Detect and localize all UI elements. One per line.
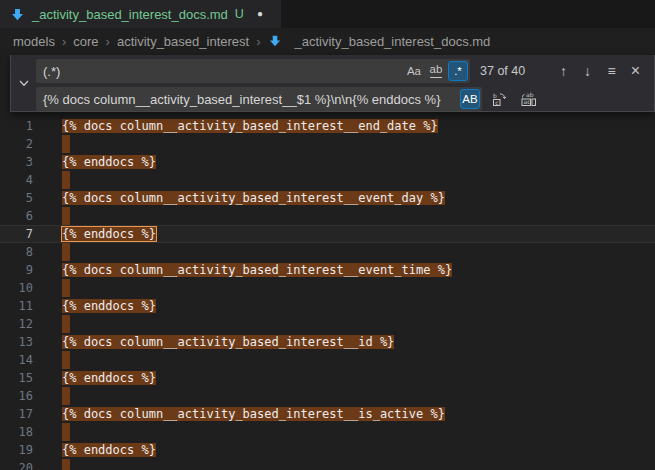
breadcrumb-separator-icon: › (256, 34, 260, 49)
replace-all-button[interactable]: ab ac (518, 89, 539, 110)
whole-word-toggle[interactable]: ab (426, 61, 446, 81)
replace-input[interactable]: {% docs column__activity_based_interest_… (36, 87, 482, 111)
breadcrumb: models › core › activity_based_interest … (0, 28, 655, 54)
line-number[interactable]: 11 (0, 297, 33, 315)
breadcrumb-separator-icon: › (106, 34, 110, 49)
arrow-up-icon: ↑ (560, 63, 567, 79)
match-highlight: {% docs column__activity_based_interest_… (62, 335, 394, 349)
match-case-label: Aa (407, 65, 421, 77)
code-line[interactable]: 14 (0, 351, 655, 369)
empty-line-match-highlight (62, 243, 70, 261)
code-line[interactable]: 10 (0, 279, 655, 297)
code-line[interactable]: 11{% enddocs %} (0, 297, 655, 315)
code-line[interactable]: 6 (0, 207, 655, 225)
line-number[interactable]: 1 (0, 117, 33, 135)
code-line[interactable]: 12 (0, 315, 655, 333)
match-highlight: {% docs column__activity_based_interest_… (62, 119, 438, 133)
code-text: {% docs column__activity_based_interest_… (62, 261, 452, 279)
line-number[interactable]: 5 (0, 189, 33, 207)
code-line[interactable]: 16 (0, 387, 655, 405)
line-number[interactable]: 8 (0, 243, 33, 261)
code-line[interactable]: 7{% enddocs %} (0, 225, 655, 243)
line-number[interactable]: 14 (0, 351, 33, 369)
svg-text:ab: ab (526, 91, 534, 98)
code-text: {% enddocs %} (62, 369, 156, 387)
line-number[interactable]: 7 (0, 225, 33, 243)
code-text: {% enddocs %} (62, 297, 156, 315)
code-text: {% docs column__activity_based_interest_… (62, 405, 445, 423)
code-line[interactable]: 9{% docs column__activity_based_interest… (0, 261, 655, 279)
line-number[interactable]: 15 (0, 369, 33, 387)
find-in-selection-icon: ≡ (607, 63, 615, 79)
empty-line-match-highlight (62, 459, 70, 470)
editor-tab[interactable]: _activity_based_interest_docs.md U ● (0, 0, 281, 28)
code-line[interactable]: 13{% docs column__activity_based_interes… (0, 333, 655, 351)
match-case-toggle[interactable]: Aa (404, 61, 424, 81)
markdown-file-icon (10, 7, 25, 22)
breadcrumb-item-activity-based-interest[interactable]: activity_based_interest (117, 34, 249, 49)
code-line[interactable]: 2 (0, 135, 655, 153)
match-highlight: {% enddocs %} (62, 299, 156, 313)
empty-line-match-highlight (62, 315, 70, 333)
empty-line-match-highlight (62, 207, 70, 225)
editor-pane[interactable]: 1{% docs column__activity_based_interest… (0, 54, 655, 470)
line-number[interactable]: 9 (0, 261, 33, 279)
arrow-down-icon: ↓ (584, 63, 591, 79)
code-line[interactable]: 19{% enddocs %} (0, 441, 655, 459)
line-number[interactable]: 10 (0, 279, 33, 297)
previous-match-button[interactable]: ↑ (553, 61, 574, 82)
svg-text:b: b (493, 92, 497, 99)
close-find-widget-button[interactable]: × (625, 61, 646, 82)
code-line[interactable]: 8 (0, 243, 655, 261)
breadcrumb-item-models[interactable]: models (13, 34, 55, 49)
line-number[interactable]: 13 (0, 333, 33, 351)
empty-line-match-highlight (62, 351, 70, 369)
line-number[interactable]: 17 (0, 405, 33, 423)
preserve-case-toggle[interactable]: AB (460, 89, 480, 109)
match-highlight: {% docs column__activity_based_interest_… (62, 407, 445, 421)
line-number[interactable]: 16 (0, 387, 33, 405)
regex-toggle[interactable]: .* (448, 61, 468, 81)
modified-dot-icon[interactable]: ● (257, 9, 263, 19)
code-line[interactable]: 20 (0, 459, 655, 470)
line-number[interactable]: 3 (0, 153, 33, 171)
code-text: {% docs column__activity_based_interest_… (62, 333, 394, 351)
line-number[interactable]: 12 (0, 315, 33, 333)
line-number[interactable]: 20 (0, 459, 33, 470)
find-replace-widget: (.*) Aa ab .* 37 of 40 ↑ (10, 55, 655, 112)
replace-button[interactable]: b c (489, 89, 510, 110)
line-number[interactable]: 19 (0, 441, 33, 459)
code-line[interactable]: 5{% docs column__activity_based_interest… (0, 189, 655, 207)
git-status-badge: U (235, 7, 244, 21)
code-line[interactable]: 3{% enddocs %} (0, 153, 655, 171)
find-buttons: ↑ ↓ ≡ × (553, 61, 646, 82)
toggle-replace-chevron-icon[interactable] (11, 55, 36, 111)
line-number[interactable]: 18 (0, 423, 33, 441)
code-line[interactable]: 1{% docs column__activity_based_interest… (0, 117, 655, 135)
code-text: {% enddocs %} (62, 225, 156, 243)
replace-actions: b c ab ac (489, 89, 539, 110)
code-line[interactable]: 4 (0, 171, 655, 189)
vscode-window: _activity_based_interest_docs.md U ● mod… (0, 0, 655, 470)
code-lines: 1{% docs column__activity_based_interest… (0, 117, 655, 470)
line-number[interactable]: 4 (0, 171, 33, 189)
line-number[interactable]: 2 (0, 135, 33, 153)
breadcrumb-item-file[interactable]: _activity_based_interest_docs.md (268, 34, 491, 49)
find-row: (.*) Aa ab .* 37 of 40 ↑ (36, 59, 646, 83)
find-input[interactable]: (.*) Aa ab .* (36, 59, 470, 83)
line-number[interactable]: 6 (0, 207, 33, 225)
markdown-file-icon (268, 34, 283, 49)
breadcrumb-item-core[interactable]: core (73, 34, 98, 49)
code-line[interactable]: 17{% docs column__activity_based_interes… (0, 405, 655, 423)
next-match-button[interactable]: ↓ (577, 61, 598, 82)
match-highlight: {% docs column__activity_based_interest_… (62, 191, 445, 205)
empty-line-match-highlight (62, 279, 70, 297)
replace-input-value: {% docs column__activity_based_interest_… (43, 92, 440, 107)
match-highlight: {% enddocs %} (62, 371, 156, 385)
code-line[interactable]: 15{% enddocs %} (0, 369, 655, 387)
match-count: 37 of 40 (480, 64, 525, 78)
empty-line-match-highlight (62, 387, 70, 405)
find-in-selection-button[interactable]: ≡ (601, 61, 622, 82)
code-line[interactable]: 18 (0, 423, 655, 441)
find-widget-rows: (.*) Aa ab .* 37 of 40 ↑ (36, 55, 654, 111)
